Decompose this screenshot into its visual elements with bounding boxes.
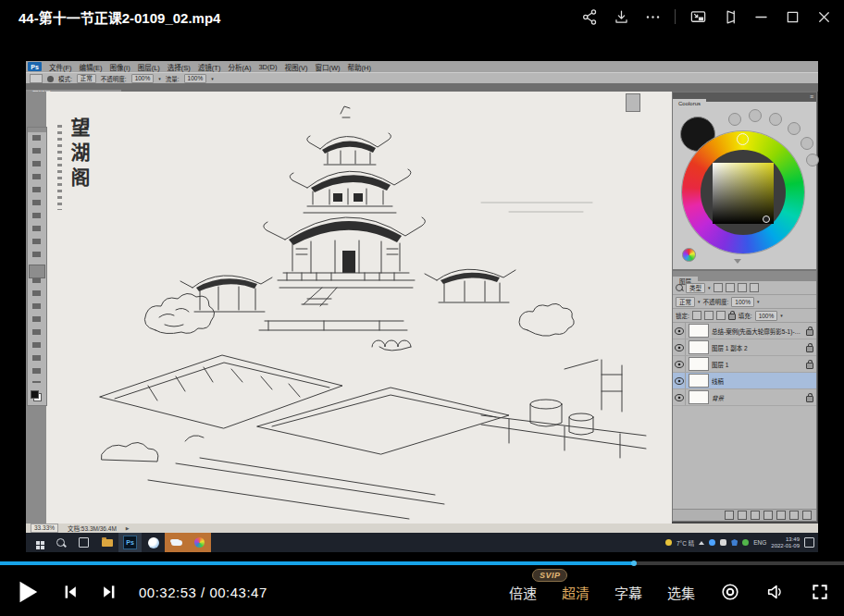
color-option-button <box>769 113 782 126</box>
windows-logo-icon <box>36 541 40 545</box>
ps-menu-select: 选择(S) <box>164 62 194 72</box>
time-display: 00:32:53 / 00:43:47 <box>139 585 267 600</box>
ps-menu-filter: 滤镜(T) <box>194 62 225 72</box>
controls-right: 倍速 SVIP 超清 字幕 选集 <box>509 582 844 602</box>
lock-icon <box>806 363 813 369</box>
next-button[interactable] <box>100 583 118 601</box>
layer-name: 背景 <box>712 393 803 402</box>
lock-all-icon <box>728 314 736 320</box>
more-icon <box>644 8 662 26</box>
video-title: 44-第十一节正课2-0109_02.mp4 <box>19 7 220 27</box>
playlist-button[interactable]: 选集 <box>667 583 695 602</box>
pip-button[interactable] <box>685 4 711 30</box>
layer-row-selected: 线稿 <box>673 373 816 389</box>
previous-button[interactable] <box>61 583 80 601</box>
ps-selected-tool <box>29 265 45 278</box>
ps-mode-label: 模式: <box>58 74 72 83</box>
download-icon <box>613 8 630 26</box>
progress-bar[interactable] <box>0 561 844 565</box>
file-explorer-button <box>95 533 118 552</box>
layer-name: 总结-案例(先画大轮廓剪影5-1)-线稿图 <box>712 326 803 336</box>
clock-date: 2022-01-09 <box>771 543 800 549</box>
layer-name: 图层 1 副本 2 <box>712 343 803 352</box>
progress-fill <box>0 561 634 565</box>
visibility-toggle <box>673 323 686 339</box>
layers-blend-row: 正常 ▾ 不透明度: 100% ▾ <box>673 295 816 309</box>
new-group-icon <box>776 511 786 520</box>
media-app-taskbar-button <box>188 533 211 552</box>
share-icon <box>581 8 599 26</box>
layers-panel: 图层 类型 ▾ 正常 ▾ 不透明度: 100% ▾ <box>672 270 817 522</box>
canvas-artwork <box>46 92 672 524</box>
maximize-icon <box>784 8 801 26</box>
subtitles-button[interactable]: 字幕 <box>614 583 642 602</box>
audio-mode-button[interactable] <box>720 582 740 602</box>
svip-badge: SVIP <box>532 569 568 582</box>
close-icon <box>815 8 833 26</box>
ps-tool-icons <box>32 135 41 383</box>
panel-resize-arrow-icon <box>734 259 741 264</box>
ps-menu-view: 视图(V) <box>280 62 311 72</box>
video-surface[interactable]: Ps 文件(F) 编辑(E) 图像(I) 图层(L) 选择(S) 滤镜(T) 分… <box>26 61 818 552</box>
layers-panel-tabrow: 图层 <box>673 271 816 281</box>
ps-opacity-label: 不透明度: <box>101 74 127 83</box>
play-button[interactable] <box>13 578 41 606</box>
layers-filter-type: 类型 <box>686 283 705 293</box>
share-button[interactable] <box>577 4 602 30</box>
weather-text: 7°C 晴 <box>676 538 694 548</box>
new-layer-icon <box>789 511 799 520</box>
ps-status-bar: 33.33% 文档:53.3M/36.4M ▶ <box>26 524 818 533</box>
chevron-down-icon: ▾ <box>211 76 214 81</box>
action-center-icon <box>804 537 814 548</box>
opacity-label: 不透明度: <box>703 297 729 306</box>
dock-side-icon <box>721 8 738 26</box>
ps-flow-value: 100% <box>184 74 207 83</box>
eye-icon <box>675 394 684 401</box>
close-button[interactable] <box>811 4 837 30</box>
tray-icon <box>709 539 715 546</box>
chevron-down-icon: ▾ <box>158 76 161 81</box>
minimize-button[interactable] <box>748 4 774 30</box>
hue-marker <box>737 133 749 145</box>
titlebar-divider <box>675 9 676 24</box>
filter-icon <box>726 283 735 292</box>
ps-mode-value: 正常 <box>77 74 96 83</box>
dock-side-button[interactable] <box>716 4 742 30</box>
taskbar-clock: 13:49 2022-01-09 <box>771 536 800 549</box>
color-wheel-panel: Coolorus ≡ <box>672 92 817 270</box>
minimize-icon <box>752 8 770 26</box>
progress-playhead[interactable] <box>631 561 637 566</box>
color-panel-tabrow: Coolorus ≡ <box>673 92 816 102</box>
quality-button[interactable]: SVIP 超清 <box>562 583 590 602</box>
shield-icon <box>731 539 738 546</box>
chevron-down-icon: ▾ <box>780 313 783 318</box>
volume-button[interactable] <box>765 582 786 602</box>
ps-workspace: 望湖阁 <box>26 92 818 524</box>
photoshop-app-icon: Ps <box>123 536 137 549</box>
cloud-app-taskbar-button <box>165 533 188 552</box>
browser-taskbar-button <box>142 533 165 552</box>
more-button[interactable] <box>639 4 665 30</box>
ps-menu-image: 图像(I) <box>106 62 134 72</box>
lock-label: 锁定: <box>676 311 689 320</box>
blend-mode-select: 正常 <box>676 297 695 307</box>
chevron-down-icon: ▾ <box>698 299 701 304</box>
download-button[interactable] <box>608 4 634 30</box>
clock-time: 13:49 <box>786 536 800 543</box>
ps-foreground-swatch <box>31 390 39 399</box>
search-icon <box>56 538 65 547</box>
player-controls: 00:32:53 / 00:43:47 倍速 SVIP 超清 字幕 选集 <box>0 568 844 616</box>
layer-row: 图层 1 副本 2 <box>673 339 816 356</box>
taskbar-search <box>49 533 72 552</box>
total-duration: 00:43:47 <box>209 585 267 600</box>
layers-lock-row: 锁定: 填充: 100% ▾ <box>673 309 816 323</box>
playback-speed-button[interactable]: 倍速 <box>509 583 537 602</box>
lock-icon <box>806 346 813 352</box>
eye-icon <box>675 327 684 335</box>
layer-thumbnail <box>689 374 709 388</box>
window-titlebar: 44-第十一节正课2-0109_02.mp4 <box>0 0 844 33</box>
fullscreen-icon <box>811 583 829 601</box>
ps-logo: Ps <box>28 62 42 71</box>
maximize-button[interactable] <box>779 4 805 30</box>
fullscreen-button[interactable] <box>811 583 829 601</box>
